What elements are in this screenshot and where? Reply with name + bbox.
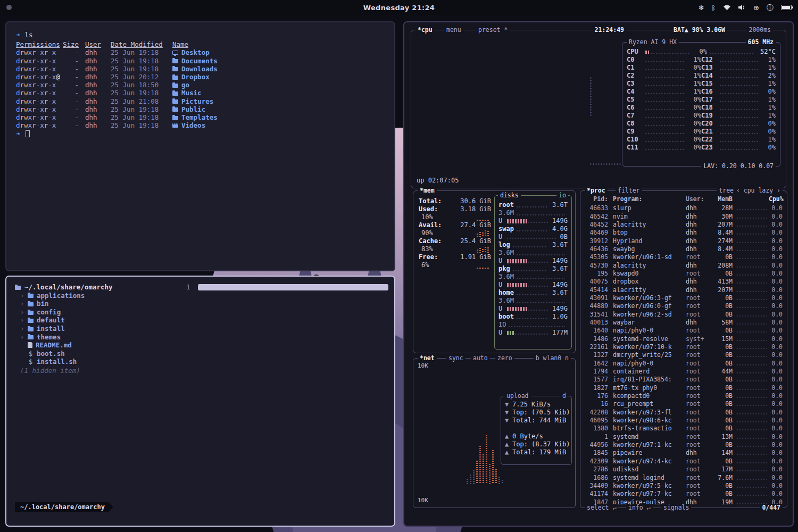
tree-item-README.md[interactable]: README.md: [15, 341, 174, 350]
net-sync-button[interactable]: sync: [446, 354, 466, 362]
proc-row[interactable]: 176kcompactd0root0B0.0: [585, 392, 783, 400]
proc-row[interactable]: 1380btrfs-transactioroot0B0.0: [585, 425, 783, 433]
proc-row[interactable]: 46436swaybgdhh8.4M0.0: [585, 245, 783, 253]
shell-prompt-icon: ➜: [16, 130, 20, 138]
proc-row[interactable]: 1577irq/81-PIXA3854:root0B0.0: [585, 376, 783, 384]
tree-item-install[interactable]: ›install: [15, 325, 174, 333]
proc-row[interactable]: 40013waybardhh58M0.0: [585, 319, 783, 327]
globe-icon[interactable]: ⊕: [753, 4, 759, 11]
select-button[interactable]: select ↵: [585, 504, 618, 512]
proc-row[interactable]: 44889kworker/u96:0-gfroot0B0.0: [585, 302, 783, 310]
disk-name-row: home3.6T: [498, 289, 568, 297]
tree-item-boot.sh[interactable]: $boot.sh: [15, 350, 174, 358]
proc-row[interactable]: 1486systemd-resolvesyst+15M0.0: [585, 335, 783, 343]
proc-row[interactable]: 46095kworker/u98:6-kcroot0B0.0: [585, 417, 783, 425]
tree-item-bin[interactable]: ›bin: [15, 300, 174, 308]
update-interval[interactable]: 2000ms: [746, 26, 773, 34]
preview-scrollbar[interactable]: [198, 284, 388, 290]
core-row: C110%C230%: [627, 144, 776, 152]
proc-row[interactable]: 1794containerdroot44M0.0: [585, 368, 783, 376]
cpu-panel-title[interactable]: *cpu: [415, 26, 435, 34]
tree-button[interactable]: tree: [717, 187, 736, 195]
battery-icon[interactable]: [781, 5, 792, 10]
proc-row[interactable]: 1686systemd-logindroot7.6M0.0: [585, 473, 783, 481]
proc-row[interactable]: 195kswapd0root0B0.0: [585, 270, 783, 278]
proc-row[interactable]: 1640napi/phy0-0root0B0.0: [585, 327, 783, 335]
proc-panel-title[interactable]: *proc: [585, 187, 608, 195]
tree-item-default[interactable]: ›default: [15, 316, 174, 325]
proc-row[interactable]: 46542nvimdhh30M0.0: [585, 212, 783, 220]
tree-item-themes[interactable]: ›themes: [15, 333, 174, 342]
proc-row[interactable]: 1827mt76-tx phy0root0B0.0: [585, 384, 783, 392]
proc-header-cpu[interactable]: Cpu%: [769, 195, 783, 203]
load-average: LAV: 0.20 0.10 0.07: [701, 162, 776, 170]
proc-row[interactable]: 42309kworker/u97:4-kcroot0B0.0: [585, 458, 783, 466]
proc-row[interactable]: 45305kworker/u96:1-sdroot0B0.0: [585, 253, 783, 261]
terminal-window-ls[interactable]: ➜ ls Permissions Size User Date Modified…: [5, 21, 395, 271]
proc-header-program[interactable]: Program:: [608, 195, 686, 203]
net-auto-button[interactable]: auto: [471, 354, 490, 362]
hidden-items-note: (1 hidden item): [15, 367, 174, 375]
disk-name-row: boot1.0G: [498, 313, 568, 321]
disks-label[interactable]: disks: [498, 192, 521, 200]
proc-row[interactable]: 42208kworker/u97:3-flroot0B0.0: [585, 409, 783, 417]
cpu-frequency: 605 MHz: [746, 38, 776, 46]
cpu-temp: 52°C: [758, 48, 776, 56]
proc-header-pid[interactable]: Pid:: [585, 195, 608, 203]
proc-row[interactable]: 45414alacrittydhh207M0.0: [585, 286, 783, 294]
proc-row[interactable]: 31541kworker/u96:2-sdroot0B0.0: [585, 310, 783, 318]
sort-selector[interactable]: ‹ cpu lazy ›: [734, 187, 783, 195]
proc-row[interactable]: 22161kworker/u97:10-kroot0B0.0: [585, 343, 783, 351]
proc-row[interactable]: 2786udisksdroot17M0.0: [585, 466, 783, 473]
net-interface[interactable]: b wlan0 n: [534, 354, 571, 362]
clock[interactable]: Wednesday 21:24: [0, 4, 798, 12]
filter-button[interactable]: filter: [616, 187, 642, 195]
proc-header-mem[interactable]: MemB: [710, 195, 733, 203]
proc-row[interactable]: 39912Hyprlanddhh274M0.0: [585, 237, 783, 245]
bluetooth-icon[interactable]: ᛒ: [711, 4, 716, 11]
preset-button[interactable]: preset *: [476, 26, 510, 34]
text-cursor[interactable]: [26, 130, 30, 137]
signals-button[interactable]: signals: [661, 504, 691, 512]
proc-row[interactable]: 34409kworker/u97:5-kcroot0B0.0: [585, 482, 783, 490]
current-directory[interactable]: ~/.local/share/omarchy: [15, 283, 174, 292]
volume-icon[interactable]: [738, 4, 746, 11]
io-label[interactable]: io: [556, 192, 568, 200]
proc-row[interactable]: 43091kworker/u96:3-gfroot0B0.0: [585, 294, 783, 302]
statusline: ~/.local/share/omarchy: [15, 502, 113, 512]
snowflake-icon[interactable]: ❄: [698, 4, 704, 11]
net-panel-title[interactable]: *net: [418, 354, 437, 362]
wifi-icon[interactable]: [723, 4, 731, 11]
menu-button[interactable]: menu: [444, 26, 463, 34]
proc-row[interactable]: 46633slurpdhh28M0.0: [585, 204, 783, 212]
cpu-total-pct: 0%: [693, 48, 707, 56]
proc-row[interactable]: 1327dmcrypt_write/25root0B0.0: [585, 351, 783, 359]
proc-row[interactable]: 1642napi/phy0-0root0B0.0: [585, 360, 783, 368]
btop-window[interactable]: *cpu menu preset * 21:24:49 BAT▲ 98% 3.0…: [403, 21, 794, 527]
info-icon[interactable]: ⓘ: [767, 4, 774, 11]
proc-row[interactable]: 16rcu_preemptroot0B0.0: [585, 400, 783, 408]
proc-row[interactable]: 46452alacrittydhh207M0.0: [585, 221, 783, 229]
file-manager-window[interactable]: ~/.local/share/omarchy ›applications›bin…: [5, 276, 395, 527]
proc-row[interactable]: 1systemdroot13M0.0: [585, 433, 783, 441]
proc-row[interactable]: 45730alacrittydhh208M0.0: [585, 261, 783, 269]
ls-header: Permissions Size User Date Modified Name: [16, 40, 385, 48]
proc-row[interactable]: 1845pipewiredhh14M0.0: [585, 449, 783, 457]
tree-item-applications[interactable]: ›applications: [15, 292, 174, 300]
mem-panel-title[interactable]: *mem: [418, 187, 437, 195]
proc-row[interactable]: 41174kworker/u97:7-kcroot0B0.0: [585, 490, 783, 498]
proc-row[interactable]: 46469btopdhh8.4M0.0: [585, 229, 783, 237]
net-zero-button[interactable]: zero: [495, 354, 514, 362]
disk-name-row: pkg3.6T: [498, 265, 568, 273]
mem-stat: Used:3.18 GiB: [419, 205, 491, 213]
proc-row[interactable]: 40075dropboxdhh413M0.0: [585, 278, 783, 286]
proc-row[interactable]: 44956kworker/u97:1-kcroot0B0.0: [585, 441, 783, 449]
core-row: C100%C221%: [627, 136, 776, 144]
tree-item-install.sh[interactable]: $install.sh: [15, 358, 174, 366]
current-directory-path: ~/.local/share/omarchy: [24, 283, 113, 292]
net-scale-bottom: 10K: [418, 496, 428, 504]
tree-item-config[interactable]: ›config: [15, 308, 174, 317]
proc-header-user[interactable]: User:: [686, 195, 710, 203]
info-button[interactable]: info ↵: [626, 504, 653, 512]
ls-row: drwxr-xr-x-dhh25 Jun 19:18Music: [16, 89, 385, 97]
